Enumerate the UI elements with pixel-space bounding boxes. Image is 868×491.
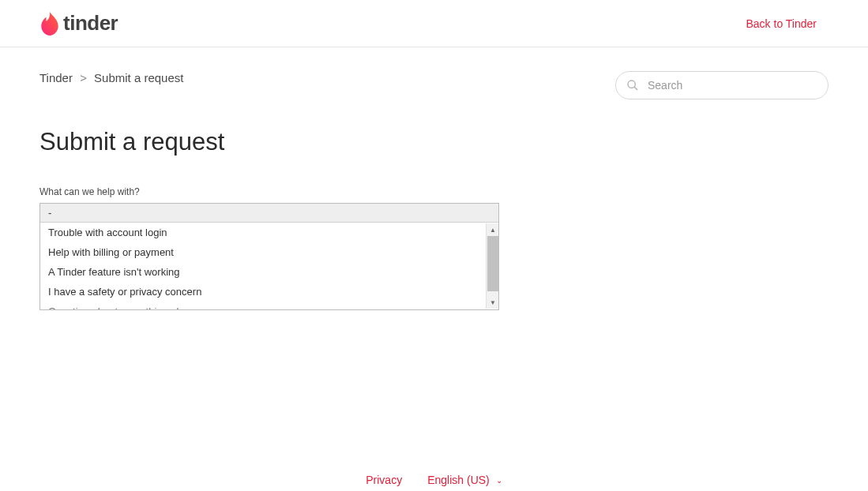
scrollbar[interactable]: ▲ ▼ — [486, 223, 498, 309]
help-field-label: What can we help with? — [39, 186, 545, 197]
language-label: English (US) — [427, 474, 490, 486]
search-input[interactable] — [615, 71, 829, 99]
language-selector[interactable]: English (US) ⌄ — [427, 474, 502, 486]
dropdown-option[interactable]: A Tinder feature isn't working — [40, 262, 498, 282]
breadcrumb-current: Submit a request — [94, 71, 183, 84]
search-wrapper — [615, 71, 829, 99]
tinder-logo[interactable]: tinder — [39, 11, 118, 36]
breadcrumb: Tinder > Submit a request — [39, 71, 545, 84]
scroll-down-arrow-icon[interactable]: ▼ — [487, 296, 499, 309]
page-title: Submit a request — [39, 128, 545, 156]
brand-text: tinder — [63, 11, 118, 36]
breadcrumb-root[interactable]: Tinder — [39, 71, 73, 84]
dropdown-options-list: Trouble with account login Help with bil… — [40, 223, 498, 309]
footer: Privacy English (US) ⌄ — [0, 469, 868, 491]
breadcrumb-separator: > — [80, 71, 87, 84]
svg-line-1 — [634, 87, 637, 90]
dropdown-option[interactable]: Trouble with account login — [40, 223, 498, 242]
back-to-tinder-link[interactable]: Back to Tinder — [746, 17, 817, 30]
main-content: Tinder > Submit a request Submit a reque… — [0, 47, 868, 326]
flame-icon — [39, 12, 60, 36]
dropdown-option[interactable]: Help with billing or payment — [40, 242, 498, 262]
scrollbar-thumb[interactable] — [487, 236, 498, 291]
dropdown-option[interactable]: Question about something else — [40, 302, 498, 309]
privacy-link[interactable]: Privacy — [366, 474, 402, 486]
chevron-down-icon: ⌄ — [496, 476, 502, 485]
dropdown-selected-value[interactable]: - — [40, 204, 498, 223]
help-dropdown[interactable]: - Trouble with account login Help with b… — [39, 203, 499, 310]
content-column: Tinder > Submit a request Submit a reque… — [39, 63, 545, 310]
header: tinder Back to Tinder — [0, 0, 868, 47]
dropdown-option[interactable]: I have a safety or privacy concern — [40, 282, 498, 302]
svg-point-0 — [628, 81, 635, 88]
search-icon — [626, 79, 639, 92]
scroll-up-arrow-icon[interactable]: ▲ — [487, 223, 499, 236]
